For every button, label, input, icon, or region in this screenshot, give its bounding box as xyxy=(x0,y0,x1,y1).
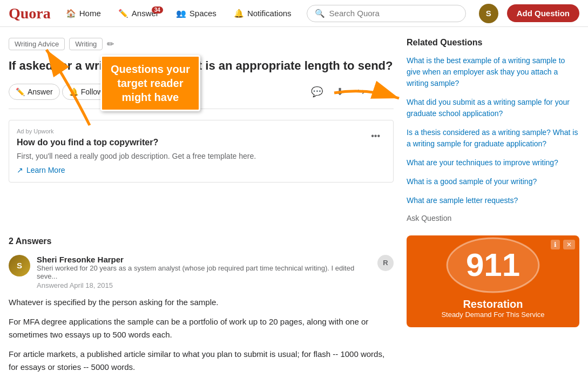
annotation-line2: target reader xyxy=(111,76,190,90)
answer-para-3: For article markets, a published article… xyxy=(9,348,394,374)
quora-logo[interactable]: Quora xyxy=(9,5,51,22)
related-questions-section: Related Questions What is the best examp… xyxy=(407,38,579,222)
nav-spaces[interactable]: 👥 Spaces xyxy=(170,5,223,22)
edit-icon[interactable]: ✏ xyxy=(107,39,114,49)
page-body: Writing Advice Writing ✏ If asked for a … xyxy=(0,27,588,378)
answer-para-2: For MFA degree applications the sample c… xyxy=(9,315,394,341)
annotation-line3: might have xyxy=(111,90,190,104)
related-link-0[interactable]: What is the best example of a writing sa… xyxy=(407,55,579,89)
related-link-3[interactable]: What are your techniques to improve writ… xyxy=(407,157,579,168)
answer-icon: ✏️ xyxy=(118,9,129,18)
spaces-icon: 👥 xyxy=(176,9,186,18)
external-link-icon: ↗ xyxy=(17,166,23,174)
nav-answer[interactable]: ✏️ Answer 34 xyxy=(112,5,165,22)
annotation-line1: Questions your xyxy=(111,62,190,76)
ad-911-graphic: 911 xyxy=(444,235,542,295)
answer-item: S Sheri Fresonke Harper Sheri worked for… xyxy=(9,255,394,378)
avatar-initials: S xyxy=(486,9,491,18)
answer-badge: 34 xyxy=(152,6,163,14)
nav-home[interactable]: 🏠 Home xyxy=(59,5,107,22)
related-link-4[interactable]: What is a good sample of your writing? xyxy=(407,176,579,187)
answer-author: S Sheri Fresonke Harper Sheri worked for… xyxy=(9,255,394,289)
search-icon: 🔍 xyxy=(315,9,325,18)
navbar: Quora 🏠 Home ✏️ Answer 34 👥 Spaces 🔔 Not… xyxy=(0,0,588,27)
ad-text: First, you'll need a really good job des… xyxy=(17,152,256,160)
answers-header: 2 Answers xyxy=(9,237,394,246)
add-question-button[interactable]: Add Question xyxy=(507,4,579,22)
related-link-1[interactable]: What did you submit as a writing sample … xyxy=(407,97,579,119)
sidebar: Related Questions What is the best examp… xyxy=(407,38,579,378)
home-icon: 🏠 xyxy=(66,9,76,18)
author-info: Sheri Fresonke Harper Sheri worked for 2… xyxy=(37,255,371,289)
ask-question-link[interactable]: Ask Question xyxy=(407,214,579,222)
related-link-2[interactable]: Is a thesis considered as a writing samp… xyxy=(407,127,579,150)
search-bar: 🔍 xyxy=(307,5,466,22)
answer-date: Answered April 18, 2015 xyxy=(37,281,371,289)
related-link-5[interactable]: What are sample letter requests? xyxy=(407,195,579,206)
author-avatar: S xyxy=(9,255,30,276)
search-input[interactable] xyxy=(329,9,458,18)
ad-banner-brand: Restoration xyxy=(441,298,544,310)
ad-banner-controls: ℹ ✕ xyxy=(551,240,575,249)
main-content: Writing Advice Writing ✏ If asked for a … xyxy=(9,38,394,378)
author-name[interactable]: Sheri Fresonke Harper xyxy=(37,255,371,264)
bell-icon: 🔔 xyxy=(234,9,244,18)
avatar[interactable]: S xyxy=(479,4,498,23)
arrow-right-svg xyxy=(329,71,404,114)
ad-close-button[interactable]: ✕ xyxy=(563,240,575,249)
answer-text: Whatever is specified by the person aski… xyxy=(9,296,394,374)
ad-more-icon[interactable]: ••• xyxy=(366,128,386,144)
comment-icon[interactable]: 💬 xyxy=(306,83,328,101)
learn-more-button[interactable]: ↗ Learn More xyxy=(17,166,256,174)
answer-btn-icon: ✏️ xyxy=(16,87,25,96)
annotation-bubble: Questions your target reader might have xyxy=(100,55,200,111)
ad-banner-tagline: Steady Demand For This Service xyxy=(441,310,544,319)
svg-text:911: 911 xyxy=(466,247,520,283)
ad-title: How do you find a top copywriter? xyxy=(17,138,256,147)
answer-para-1: Whatever is specified by the person aski… xyxy=(9,296,394,309)
author-bio: Sheri worked for 20 years as a system an… xyxy=(37,264,371,280)
r-badge[interactable]: R xyxy=(377,255,394,271)
ad-banner: ℹ ✕ 911 Restoration Steady Demand For Th… xyxy=(407,235,579,327)
arrow-up-svg xyxy=(36,39,100,131)
answers-section: 2 Answers S Sheri Fresonke Harper Sheri … xyxy=(9,237,394,378)
related-questions-title: Related Questions xyxy=(407,38,579,48)
ad-info-button[interactable]: ℹ xyxy=(551,240,560,249)
nav-notifications[interactable]: 🔔 Notifications xyxy=(227,5,298,22)
